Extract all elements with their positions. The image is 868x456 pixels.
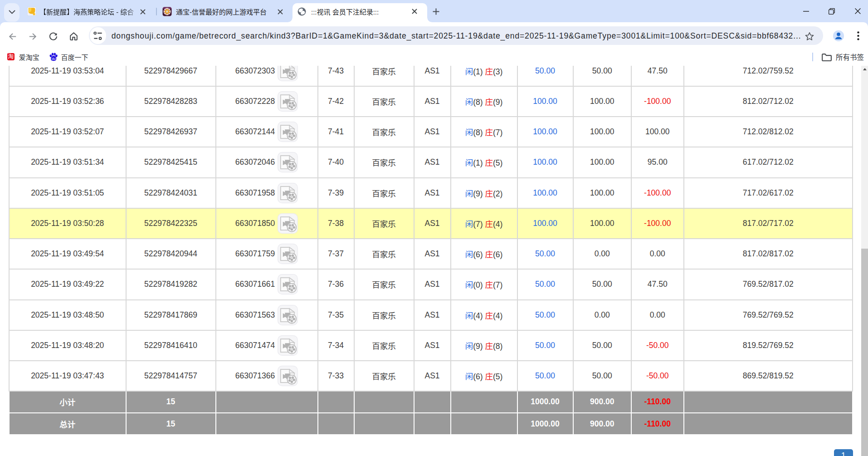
- svg-text:du: du: [52, 57, 55, 61]
